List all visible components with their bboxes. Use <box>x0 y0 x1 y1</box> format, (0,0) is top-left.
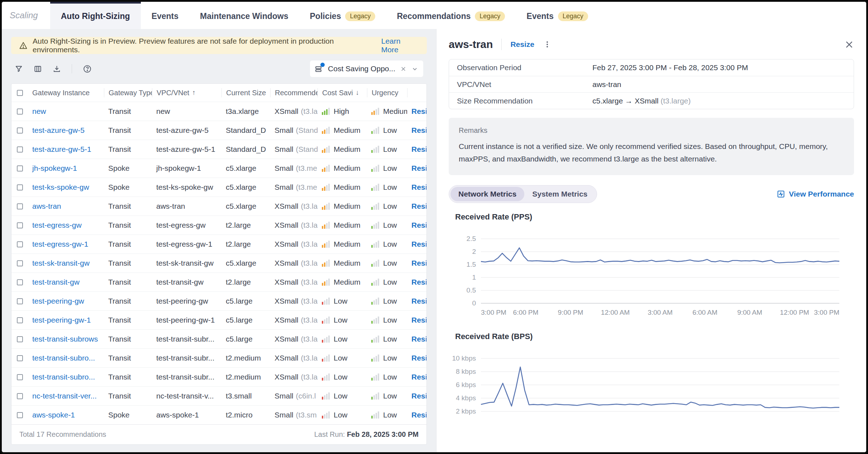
level-bars-icon <box>371 373 379 381</box>
col-gateway-instance[interactable]: Gateway Instance <box>28 88 104 97</box>
col-vpc-vnet[interactable]: VPC/VNet↑ <box>152 88 221 97</box>
row-checkbox[interactable] <box>17 241 23 247</box>
row-checkbox[interactable] <box>17 317 23 323</box>
download-icon[interactable] <box>53 65 61 73</box>
row-checkbox[interactable] <box>17 355 23 361</box>
vpc-vnet: test-egress-gw-1 <box>152 240 221 248</box>
tab-events[interactable]: EventsLegacy <box>516 2 598 29</box>
tab-maintenance-windows[interactable]: Maintenance Windows <box>189 2 299 29</box>
resize-button[interactable]: Resize <box>411 316 426 324</box>
table-row: test-egress-gw-1 Transit test-egress-gw-… <box>11 235 426 253</box>
clear-view-icon[interactable] <box>400 66 407 72</box>
resize-button[interactable]: Resize <box>411 297 426 305</box>
resize-button[interactable]: Resize <box>411 335 426 343</box>
col-current-size[interactable]: Current Size <box>221 88 270 97</box>
row-checkbox[interactable] <box>17 165 23 172</box>
gateway-instance-link[interactable]: nc-test-transit-ver... <box>32 392 97 400</box>
row-checkbox[interactable] <box>17 203 23 209</box>
tab-network-metrics[interactable]: Network Metrics <box>450 187 524 201</box>
resize-button[interactable]: Resize <box>411 411 426 419</box>
gateway-instance-link[interactable]: test-ks-spoke-gw <box>32 183 89 191</box>
select-all-checkbox[interactable] <box>17 90 23 96</box>
row-checkbox[interactable] <box>17 374 23 380</box>
gateway-instance-link[interactable]: test-peering-gw <box>32 297 84 305</box>
tab-policies[interactable]: PoliciesLegacy <box>299 2 386 29</box>
recommended-size: XSmall(t3.la <box>270 373 318 381</box>
columns-icon[interactable] <box>34 65 42 73</box>
vpc-vnet: test-azure-gw-5 <box>152 126 221 135</box>
tab-system-metrics[interactable]: System Metrics <box>524 187 595 201</box>
close-icon[interactable] <box>844 40 854 49</box>
gateway-instance-link[interactable]: jh-spokegw-1 <box>32 164 77 172</box>
col-gateway-type[interactable]: Gateway Type <box>104 88 152 97</box>
gateway-instance-link[interactable]: test-transit-subrows <box>32 335 98 343</box>
gateway-instance-link[interactable]: test-peering-gw-1 <box>32 316 91 324</box>
resize-button[interactable]: Resize <box>411 392 426 400</box>
gateway-instance-link[interactable]: test-azure-gw-5 <box>32 126 85 134</box>
gateway-type: Transit <box>104 126 152 135</box>
row-checkbox[interactable] <box>17 146 23 153</box>
tab-recommendations[interactable]: RecommendationsLegacy <box>386 2 516 29</box>
tab-events[interactable]: Events <box>141 2 189 29</box>
chevron-down-icon[interactable] <box>411 66 418 72</box>
row-checkbox[interactable] <box>17 393 23 399</box>
row-checkbox[interactable] <box>17 260 23 266</box>
gateway-type: Transit <box>104 145 152 154</box>
resize-button[interactable]: Resize <box>411 278 426 286</box>
gateway-instance-link[interactable]: aws-spoke-1 <box>32 411 75 419</box>
resize-button[interactable]: Resize <box>411 107 426 115</box>
row-checkbox[interactable] <box>17 127 23 134</box>
filter-icon[interactable] <box>15 65 23 73</box>
sort-desc-icon: ↓ <box>356 89 359 97</box>
toolbar-divider <box>72 64 72 73</box>
resize-button[interactable]: Resize <box>411 202 426 210</box>
gateway-instance-link[interactable]: test-azure-gw-5-1 <box>32 145 91 153</box>
gateway-instance-link[interactable]: test-transit-subro... <box>32 354 95 362</box>
row-checkbox[interactable] <box>17 184 23 190</box>
row-checkbox[interactable] <box>17 412 23 418</box>
resize-button[interactable]: Resize <box>411 259 426 267</box>
gateway-instance-link[interactable]: new <box>32 107 46 115</box>
gateway-instance-link[interactable]: test-transit-gw <box>32 278 80 286</box>
info-row-vpc: VPC/VNet aws-tran <box>449 76 854 92</box>
row-checkbox[interactable] <box>17 108 23 115</box>
resize-button[interactable]: Resize <box>411 240 426 248</box>
current-size: c5.xlarge <box>221 259 270 267</box>
resize-button[interactable]: Resize <box>411 221 426 229</box>
resize-button[interactable]: Resize <box>411 126 426 134</box>
col-recommended[interactable]: Recommende <box>270 88 318 97</box>
view-performance-link[interactable]: View Performance <box>777 190 854 198</box>
col-cost-saving[interactable]: Cost Savi↓ <box>318 88 367 97</box>
gateway-instance-link[interactable]: test-sk-transit-gw <box>32 259 90 267</box>
resize-button[interactable]: Resize <box>411 183 426 191</box>
level-bars-icon <box>322 317 330 324</box>
svg-text:6 kbps: 6 kbps <box>456 381 476 388</box>
sort-asc-icon: ↑ <box>192 89 196 97</box>
legacy-badge: Legacy <box>345 11 375 21</box>
resize-button[interactable]: Resize <box>411 354 426 362</box>
col-urgency[interactable]: Urgency <box>367 88 407 97</box>
gateway-instance-link[interactable]: test-egress-gw-1 <box>32 240 88 248</box>
table-row: test-sk-transit-gw Transit test-sk-trans… <box>11 253 426 272</box>
row-checkbox[interactable] <box>17 279 23 285</box>
resize-button[interactable]: Resize <box>411 145 426 153</box>
observation-period-value: Feb 27, 2025 3:00 PM - Feb 28, 2025 3:00… <box>592 63 748 72</box>
gateway-instance-link[interactable]: test-egress-gw <box>32 221 82 229</box>
saved-view-select[interactable]: Cost Saving Oppo... <box>310 61 423 77</box>
tab-auto-right-sizing[interactable]: Auto Right-Sizing <box>50 2 141 29</box>
learn-more-link[interactable]: Learn More <box>381 37 419 54</box>
row-checkbox[interactable] <box>17 222 23 228</box>
resize-button[interactable]: Resize <box>411 373 426 381</box>
panel-resize-button[interactable]: Resize <box>510 40 534 49</box>
table-row: test-ks-spoke-gw Spoke test-ks-spoke-gw … <box>11 178 426 197</box>
more-options-icon[interactable] <box>543 40 552 49</box>
resize-button[interactable]: Resize <box>411 164 426 172</box>
level-bars-icon <box>322 222 330 229</box>
view-active-dot <box>320 63 325 67</box>
row-checkbox[interactable] <box>17 336 23 342</box>
help-icon[interactable] <box>83 64 92 73</box>
gateway-instance-link[interactable]: aws-tran <box>32 202 61 210</box>
gateway-type: Transit <box>104 335 152 343</box>
gateway-instance-link[interactable]: test-transit-subro... <box>32 373 95 381</box>
row-checkbox[interactable] <box>17 298 23 304</box>
